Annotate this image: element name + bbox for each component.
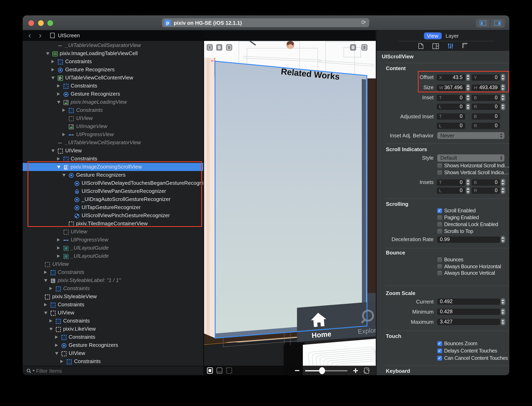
stepper[interactable] xyxy=(466,179,470,186)
tab-view[interactable]: View xyxy=(424,32,441,39)
value-field[interactable]: R0 xyxy=(471,104,500,110)
disclosure-right-icon[interactable] xyxy=(50,319,52,322)
tree-row[interactable]: _UITableViewCellSeparatorView xyxy=(23,41,203,49)
dropdown[interactable]: Never xyxy=(437,132,504,139)
toggle-right-sidebar-button[interactable] xyxy=(490,19,505,28)
disclosure-right-icon[interactable] xyxy=(44,270,47,274)
canvas-overlay-button[interactable] xyxy=(206,44,213,51)
tree-row[interactable]: _UITableViewCellSeparatorView xyxy=(23,138,203,146)
stepper[interactable] xyxy=(501,319,505,326)
checkbox[interactable] xyxy=(437,170,442,175)
value-field[interactable]: B0 xyxy=(471,113,500,120)
tree-row[interactable]: UIImageView xyxy=(23,122,203,130)
tree-row[interactable]: pixiv.ImageLoadingView xyxy=(23,98,203,106)
tree-row[interactable]: pixiv.ImageZoomingScrollView xyxy=(23,163,203,171)
stepper[interactable] xyxy=(466,74,470,81)
close-button[interactable] xyxy=(28,20,34,26)
tree-row[interactable]: UIView xyxy=(23,146,203,155)
value-field[interactable]: H493.439 xyxy=(471,85,500,91)
checkbox[interactable] xyxy=(437,163,442,168)
value-field[interactable]: T0 xyxy=(437,179,465,185)
stepper[interactable] xyxy=(501,103,505,110)
tree-row[interactable]: Constraints xyxy=(23,357,203,365)
reload-icon[interactable]: ⟳ xyxy=(361,19,366,26)
value-field[interactable]: W367.496 xyxy=(437,85,465,91)
minimize-button[interactable] xyxy=(38,20,43,26)
tree-row[interactable]: pixiv.StyleableView xyxy=(23,292,203,300)
tree-row[interactable]: Constraints xyxy=(23,57,203,65)
disclosure-down-icon[interactable] xyxy=(44,279,47,282)
stepper[interactable] xyxy=(501,84,505,91)
tree-row[interactable]: Constraints xyxy=(23,317,203,325)
value-field[interactable]: L0 xyxy=(437,123,465,129)
quick-help-inspector-icon[interactable] xyxy=(433,43,439,49)
disclosure-right-icon[interactable] xyxy=(62,109,65,112)
tree-row[interactable]: Lpixiv.StyleableLabel: "1 / 1" xyxy=(23,276,203,284)
value-field[interactable]: L0 xyxy=(437,104,465,110)
value-field[interactable]: B0 xyxy=(471,179,500,185)
zoom-slider-knob[interactable] xyxy=(319,367,325,374)
tree-row[interactable]: UIView xyxy=(23,260,203,268)
tree-row[interactable]: UITapGestureRecognizer xyxy=(23,203,203,211)
value-field[interactable]: Y0 xyxy=(471,74,500,80)
tree-row[interactable]: Gesture Recognizers xyxy=(23,90,203,98)
filter-input[interactable]: Filter Items xyxy=(36,366,62,375)
disclosure-down-icon[interactable] xyxy=(62,174,66,177)
tree-row[interactable]: Constraints xyxy=(23,82,203,90)
canvas-overlay-button[interactable] xyxy=(216,44,222,51)
tree-row[interactable]: Constraints xyxy=(23,155,203,163)
disclosure-down-icon[interactable] xyxy=(57,166,60,168)
filter-options-chevron-icon[interactable] xyxy=(32,370,35,371)
disclosure-right-icon[interactable] xyxy=(57,92,60,95)
disclosure-right-icon[interactable] xyxy=(60,360,63,363)
stepper[interactable] xyxy=(501,94,505,101)
toggle-left-sidebar-button[interactable] xyxy=(476,19,490,28)
tree-row[interactable]: UIScrollViewPanGestureRecognizer xyxy=(23,187,203,195)
disclosure-right-icon[interactable] xyxy=(62,133,65,136)
disclosure-right-icon[interactable] xyxy=(55,335,58,339)
checkbox[interactable]: ✓ xyxy=(437,348,442,353)
tree-row[interactable]: UITableViewCellContentView xyxy=(23,73,203,82)
disclosure-right-icon[interactable] xyxy=(50,287,52,290)
tree-row[interactable]: UIView xyxy=(23,227,203,236)
tree-row[interactable]: UIView xyxy=(23,114,203,122)
value-field[interactable]: 0.428 xyxy=(437,309,500,315)
jumpbar-label[interactable]: UIScreen xyxy=(58,30,80,41)
checkbox[interactable] xyxy=(437,257,442,262)
value-field[interactable]: T0 xyxy=(437,94,465,101)
disclosure-right-icon[interactable] xyxy=(57,246,60,249)
tree-row[interactable]: pixiv.ImageLoadingTableViewCell xyxy=(23,49,203,57)
stepper[interactable] xyxy=(466,187,470,194)
tree-row[interactable]: UIScrollViewDelayedTouchesBeganGestureRe… xyxy=(23,179,203,187)
checkbox[interactable]: ✓ xyxy=(437,341,442,346)
disclosure-right-icon[interactable] xyxy=(51,68,54,71)
disclosure-down-icon[interactable] xyxy=(44,312,47,314)
disclosure-down-icon[interactable] xyxy=(51,77,55,80)
tree-row[interactable]: Constraints xyxy=(23,284,203,292)
stepper[interactable] xyxy=(466,84,470,91)
dropdown[interactable]: Default xyxy=(437,155,504,162)
tree-row[interactable]: _UILayoutGuide xyxy=(23,252,203,260)
stepper[interactable] xyxy=(501,236,505,243)
tree-row[interactable]: Constraints xyxy=(23,268,203,276)
canvas-overlay-button[interactable] xyxy=(350,44,356,51)
value-field[interactable]: R0 xyxy=(471,187,500,194)
canvas-overlay-button[interactable] xyxy=(226,44,232,51)
stepper[interactable] xyxy=(501,308,505,315)
tree-row[interactable]: Gesture Recognizers xyxy=(23,341,203,349)
tree-row[interactable]: Constraints xyxy=(23,300,203,309)
checkbox[interactable] xyxy=(437,271,442,275)
tree-row[interactable]: UIView xyxy=(23,309,203,317)
disclosure-down-icon[interactable] xyxy=(57,101,60,104)
canvas-overlay-button[interactable] xyxy=(361,44,367,51)
forward-chevron-icon[interactable]: › xyxy=(39,30,42,41)
tree-row[interactable]: _UILayoutGuide xyxy=(23,244,203,252)
size-inspector-icon[interactable] xyxy=(462,43,468,49)
attributes-inspector-icon[interactable] xyxy=(447,43,453,49)
disclosure-down-icon[interactable] xyxy=(51,150,55,152)
value-field[interactable]: 0.99 xyxy=(437,236,500,242)
stepper[interactable] xyxy=(466,103,470,110)
tree-row[interactable]: UIView xyxy=(23,349,203,357)
disclosure-right-icon[interactable] xyxy=(51,60,54,63)
checkbox[interactable] xyxy=(437,215,442,220)
